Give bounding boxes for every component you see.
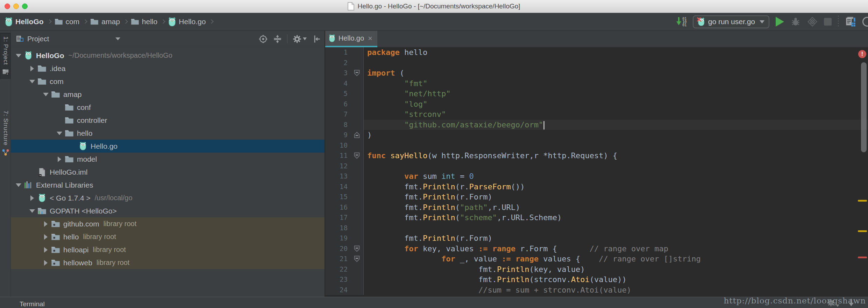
line-number: 20 bbox=[325, 244, 350, 254]
tree-row-github-com[interactable]: github.comlibrary root bbox=[11, 217, 325, 230]
expand-arrow-icon[interactable] bbox=[16, 183, 21, 187]
collapse-arrow-icon[interactable] bbox=[44, 260, 48, 266]
tab-hello-go[interactable]: Hello.go × bbox=[325, 31, 377, 47]
project-tree: HelloGo~/Documents/workspace/HelloGo .id… bbox=[11, 47, 325, 297]
collapse-all-icon[interactable] bbox=[273, 34, 282, 44]
expand-arrow-icon[interactable] bbox=[29, 80, 35, 83]
code-line-21: 21 for _, value := range values { // ran… bbox=[325, 254, 868, 264]
project-tool-button[interactable]: 1: Project bbox=[0, 33, 11, 79]
structure-tool-button[interactable]: 7: Structure bbox=[0, 107, 11, 160]
tree-row-amap[interactable]: amap bbox=[11, 88, 325, 101]
run-button[interactable] bbox=[776, 17, 784, 27]
gear-icon[interactable] bbox=[292, 34, 307, 44]
collapse-arrow-icon[interactable] bbox=[44, 247, 48, 253]
code-line-16: 16 fmt.Println("path",r.URL) bbox=[325, 202, 868, 213]
panel-dropdown-icon[interactable] bbox=[115, 37, 120, 40]
folder-icon bbox=[64, 117, 74, 124]
gutter-fold-slot[interactable] bbox=[350, 150, 364, 161]
error-mark[interactable] bbox=[858, 257, 867, 258]
close-tab-icon[interactable]: × bbox=[368, 34, 372, 43]
tree-row-hello-go[interactable]: Hello.go bbox=[11, 140, 325, 153]
titlebar: Hello.go - HelloGo - [~/Documents/worksp… bbox=[0, 0, 868, 13]
breadcrumb-item-hellogo[interactable]: HelloGo bbox=[5, 17, 44, 27]
line-number: 6 bbox=[325, 99, 350, 110]
locate-file-icon[interactable] bbox=[258, 34, 268, 44]
collapse-arrow-icon[interactable] bbox=[58, 156, 61, 162]
tree-row-hello[interactable]: hellolibrary root bbox=[11, 230, 325, 243]
run-config-label: go run user.go bbox=[708, 18, 755, 26]
project-view-icon bbox=[16, 35, 24, 43]
collapse-arrow-icon[interactable] bbox=[44, 234, 48, 240]
gutter-fold-slot bbox=[350, 212, 364, 223]
tree-row--go-1-7-4-[interactable]: < Go 1.7.4 >/usr/local/go bbox=[11, 191, 325, 204]
help-icon[interactable] bbox=[862, 17, 868, 27]
warning-mark[interactable] bbox=[858, 200, 867, 202]
minimize-window-button[interactable] bbox=[13, 4, 19, 9]
expand-arrow-icon[interactable] bbox=[43, 93, 49, 96]
close-window-button[interactable] bbox=[5, 4, 10, 9]
breadcrumb-separator-icon bbox=[161, 20, 165, 24]
breadcrumb-separator-icon bbox=[47, 20, 52, 24]
code-area[interactable]: 1package hello23import (4 "fmt"5 "net/ht… bbox=[325, 47, 868, 297]
expand-arrow-icon[interactable] bbox=[57, 132, 62, 135]
breadcrumb-item-com[interactable]: com bbox=[55, 18, 80, 26]
code-line-3: 3import ( bbox=[325, 68, 868, 78]
gutter-fold-slot bbox=[350, 192, 364, 202]
hide-panel-icon[interactable] bbox=[312, 34, 321, 44]
file-icon bbox=[37, 168, 47, 177]
gutter-fold-slot[interactable] bbox=[350, 68, 364, 78]
vcs-update-button[interactable]: 011001 bbox=[676, 17, 686, 27]
scrollbar-thumb[interactable] bbox=[861, 62, 867, 152]
stop-button[interactable] bbox=[824, 18, 832, 26]
debug-button[interactable] bbox=[790, 16, 801, 27]
gutter-fold-slot bbox=[350, 264, 364, 275]
tree-row-helloweb[interactable]: helloweblibrary root bbox=[11, 256, 325, 269]
tab-label: Hello.go bbox=[339, 34, 364, 42]
tree-row-helloapi[interactable]: helloapilibrary root bbox=[11, 243, 325, 256]
update-arrow-icon bbox=[676, 17, 681, 26]
tree-row-hellogo-iml[interactable]: HelloGo.iml bbox=[11, 166, 325, 178]
text-caret bbox=[543, 121, 545, 130]
project-structure-icon[interactable] bbox=[845, 16, 856, 27]
folder-icon bbox=[90, 18, 99, 25]
gutter-fold-slot bbox=[350, 182, 364, 192]
breadcrumb-item-hello-go[interactable]: Hello.go bbox=[168, 17, 206, 27]
warning-mark[interactable] bbox=[858, 230, 867, 232]
gopher-icon bbox=[78, 142, 88, 150]
zoom-window-button[interactable] bbox=[22, 4, 28, 9]
collapse-arrow-icon[interactable] bbox=[30, 66, 34, 71]
expand-arrow-icon[interactable] bbox=[16, 54, 21, 57]
tree-row-controller[interactable]: controller bbox=[11, 114, 325, 127]
line-number: 22 bbox=[325, 264, 350, 275]
pkgfolder-icon bbox=[50, 220, 61, 227]
folder-icon bbox=[131, 18, 139, 25]
code-line-18: 18 bbox=[325, 223, 868, 233]
gutter-fold-slot bbox=[350, 120, 364, 130]
expand-arrow-icon[interactable] bbox=[29, 209, 35, 213]
coverage-button[interactable] bbox=[807, 16, 818, 27]
code-line-15: 15 fmt.Println(r.Form) bbox=[325, 192, 868, 202]
code-line-9: 9) bbox=[325, 130, 868, 140]
gopath-icon bbox=[37, 207, 47, 215]
collapse-arrow-icon[interactable] bbox=[44, 221, 48, 227]
toolbar-separator bbox=[838, 16, 839, 28]
tree-row-com[interactable]: com bbox=[11, 75, 325, 88]
error-indicator-icon[interactable]: ! bbox=[858, 50, 866, 58]
line-number: 14 bbox=[325, 182, 350, 192]
tree-row--idea[interactable]: .idea bbox=[11, 62, 325, 75]
gutter-fold-slot[interactable] bbox=[350, 244, 364, 254]
gutter-fold-slot[interactable] bbox=[350, 130, 364, 140]
breadcrumb-item-hello[interactable]: hello bbox=[131, 18, 157, 26]
gutter-fold-slot bbox=[350, 89, 364, 99]
traffic-lights bbox=[0, 4, 28, 9]
tree-row-hellogo[interactable]: HelloGo~/Documents/workspace/HelloGo bbox=[11, 49, 325, 62]
gutter-fold-slot[interactable] bbox=[350, 254, 364, 264]
tree-row-conf[interactable]: conf bbox=[11, 101, 325, 114]
tree-row-external-libraries[interactable]: External Libraries bbox=[11, 178, 325, 191]
breadcrumb-item-amap[interactable]: amap bbox=[90, 18, 120, 26]
tree-row-hello[interactable]: hello bbox=[11, 127, 325, 140]
collapse-arrow-icon[interactable] bbox=[30, 195, 34, 201]
tree-row-model[interactable]: model bbox=[11, 153, 325, 166]
tree-row-gopath-hellogo-[interactable]: GOPATH <HelloGo> bbox=[11, 204, 325, 217]
run-configuration-select[interactable]: ✕ go run user.go bbox=[693, 15, 769, 28]
